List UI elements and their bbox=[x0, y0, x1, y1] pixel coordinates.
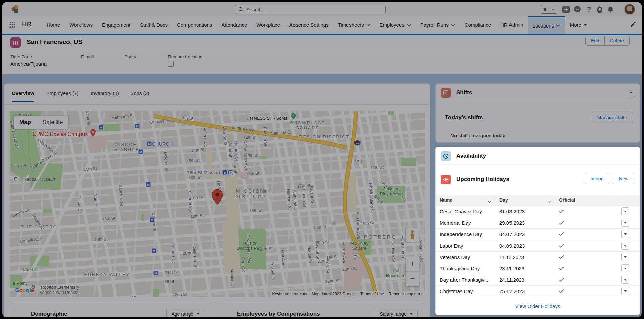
holiday-actions bbox=[617, 285, 640, 297]
import-button[interactable]: Import bbox=[585, 173, 609, 184]
upcoming-holidays-title: Upcoming Holidays bbox=[456, 176, 509, 183]
holiday-day: 04.07.2023 bbox=[495, 228, 555, 240]
column-header-actions bbox=[617, 195, 640, 206]
row-actions-button[interactable] bbox=[621, 230, 629, 238]
row-actions-button[interactable] bbox=[621, 219, 629, 227]
holiday-row: César Chávez Day31.03.2023 bbox=[436, 206, 640, 217]
holiday-row: Labor Day04.09.2023 bbox=[436, 240, 640, 251]
holiday-official bbox=[555, 228, 617, 240]
holiday-actions bbox=[617, 251, 640, 263]
holiday-name: Independence Day bbox=[436, 228, 495, 240]
row-actions-button[interactable] bbox=[621, 253, 629, 261]
holiday-official bbox=[555, 217, 617, 228]
holiday-day: 29.05.2023 bbox=[495, 217, 555, 228]
holiday-official bbox=[555, 285, 617, 297]
column-header-day[interactable]: Day bbox=[495, 195, 555, 206]
holidays-table: NameDayOfficial César Chávez Day31.03.20… bbox=[436, 195, 640, 297]
row-actions-button[interactable] bbox=[621, 264, 629, 272]
holiday-name: César Chávez Day bbox=[436, 206, 495, 217]
holiday-actions bbox=[617, 274, 640, 285]
row-actions-button[interactable] bbox=[621, 287, 629, 295]
availability-icon bbox=[441, 151, 451, 161]
holiday-actions bbox=[617, 206, 640, 217]
holiday-row: Independence Day04.07.2023 bbox=[436, 228, 640, 240]
holiday-day: 11.11.2023 bbox=[495, 251, 555, 263]
new-button[interactable]: New bbox=[613, 173, 634, 184]
holiday-day: 25.12.2023 bbox=[495, 285, 555, 297]
holiday-day: 04.09.2023 bbox=[495, 240, 555, 251]
holiday-name: Thanksgiving Day bbox=[436, 263, 495, 274]
holiday-official bbox=[555, 206, 617, 217]
holiday-row: Day after Thanksgivi...24.11.2023 bbox=[436, 274, 640, 285]
view-older-holidays-link[interactable]: View Older Holidays bbox=[436, 303, 640, 309]
holiday-name: Veterans Day bbox=[436, 251, 495, 263]
holiday-actions bbox=[617, 240, 640, 251]
availability-card: Availability Upcoming Holidays Import Ne… bbox=[435, 147, 640, 315]
holiday-name: Christmas Day bbox=[436, 285, 495, 297]
holiday-actions bbox=[617, 263, 640, 274]
holiday-day: 24.11.2023 bbox=[495, 274, 555, 285]
holiday-name: Memorial Day bbox=[436, 217, 495, 228]
holiday-official bbox=[555, 274, 617, 285]
row-actions-button[interactable] bbox=[621, 276, 629, 284]
holiday-official bbox=[555, 263, 617, 274]
row-actions-button[interactable] bbox=[621, 207, 629, 215]
column-header-name[interactable]: Name bbox=[436, 195, 495, 206]
holiday-official bbox=[555, 251, 617, 263]
availability-title: Availability bbox=[456, 153, 486, 159]
column-header-official[interactable]: Official bbox=[555, 195, 617, 206]
holiday-actions bbox=[617, 217, 640, 228]
holiday-day: 23.11.2023 bbox=[495, 263, 555, 274]
holiday-day: 31.03.2023 bbox=[495, 206, 555, 217]
holiday-name: Labor Day bbox=[436, 240, 495, 251]
holiday-row: Christmas Day25.12.2023 bbox=[436, 285, 640, 297]
upcoming-holidays-icon bbox=[441, 175, 451, 184]
holiday-actions bbox=[617, 228, 640, 240]
holiday-official bbox=[555, 240, 617, 251]
row-actions-button[interactable] bbox=[621, 242, 629, 250]
holiday-row: Memorial Day29.05.2023 bbox=[436, 217, 640, 228]
holiday-row: Veterans Day11.11.2023 bbox=[436, 251, 640, 263]
holiday-name: Day after Thanksgivi... bbox=[436, 274, 495, 285]
app-window: Search... ? bbox=[2, 2, 642, 317]
holiday-row: Thanksgiving Day23.11.2023 bbox=[436, 263, 640, 274]
